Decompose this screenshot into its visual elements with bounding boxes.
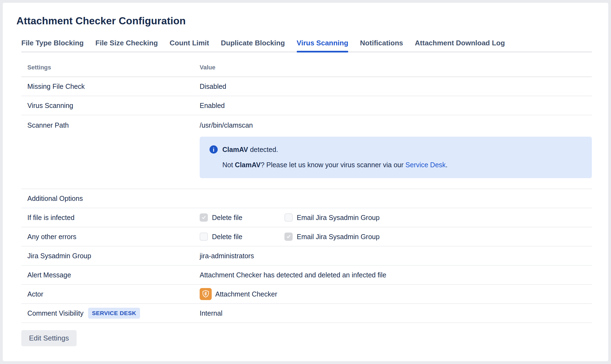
delete-file-checkbox[interactable] xyxy=(200,213,208,222)
table-row-if-file-infected: If file is infected Delete file Email Ji… xyxy=(21,208,592,227)
setting-label: Comment Visibility xyxy=(27,309,83,317)
setting-value: Enabled xyxy=(200,102,592,110)
table-row-actor: Actor Attachment Checker xyxy=(21,285,592,304)
column-header-settings: Settings xyxy=(27,64,200,71)
setting-label: Alert Message xyxy=(27,271,200,279)
setting-label: Any other errors xyxy=(27,233,200,241)
checkbox-label: Delete file xyxy=(212,214,242,222)
email-sysadmin-checkbox[interactable] xyxy=(284,213,293,222)
tab-notifications[interactable]: Notifications xyxy=(360,39,403,51)
setting-label: If file is infected xyxy=(27,214,200,222)
settings-table: Settings Value Missing File Check Disabl… xyxy=(21,59,592,323)
tab-virus-scanning[interactable]: Virus Scanning xyxy=(297,39,348,51)
section-label: Additional Options xyxy=(27,195,200,202)
table-row-additional-options: Additional Options xyxy=(21,189,592,208)
clamav-info-callout: i ClamAV detected. Not ClamAV? Please le… xyxy=(200,137,592,178)
setting-label: Virus Scanning xyxy=(27,102,200,110)
checkbox-label: Email Jira Sysadmin Group xyxy=(297,233,380,241)
setting-value: Attachment Checker has detected and dele… xyxy=(200,271,592,279)
setting-value: /usr/bin/clamscan xyxy=(200,121,592,130)
shield-paperclip-icon xyxy=(200,288,212,300)
attachment-checker-config-panel: Attachment Checker Configuration File Ty… xyxy=(3,3,608,361)
table-row-comment-visibility: Comment Visibility SERVICE DESK Internal xyxy=(21,304,592,323)
setting-label: Actor xyxy=(27,290,200,298)
info-icon: i xyxy=(210,145,218,154)
table-row-virus-scanning: Virus Scanning Enabled xyxy=(21,96,592,115)
tab-count-limit[interactable]: Count Limit xyxy=(170,39,209,51)
delete-file-checkbox[interactable] xyxy=(200,233,208,241)
checkbox-label: Email Jira Sysadmin Group xyxy=(297,214,380,222)
tab-attachment-download-log[interactable]: Attachment Download Log xyxy=(415,39,505,51)
setting-value: Attachment Checker xyxy=(215,290,277,298)
table-row-jira-sysadmin-group: Jira Sysadmin Group jira-administrators xyxy=(21,246,592,266)
setting-label: Jira Sysadmin Group xyxy=(27,252,200,260)
table-row-any-other-errors: Any other errors Delete file Email Jira … xyxy=(21,227,592,246)
email-sysadmin-checkbox[interactable] xyxy=(284,233,293,241)
setting-value: Internal xyxy=(200,309,592,317)
column-header-value: Value xyxy=(200,64,592,71)
checkbox-label: Delete file xyxy=(212,233,242,241)
edit-settings-button[interactable]: Edit Settings xyxy=(21,330,77,346)
tab-duplicate-blocking[interactable]: Duplicate Blocking xyxy=(221,39,285,51)
info-message-line2: Not ClamAV? Please let us know your viru… xyxy=(222,161,582,169)
service-desk-link[interactable]: Service Desk xyxy=(405,161,446,169)
table-row-scanner-path: Scanner Path /usr/bin/clamscan i ClamAV … xyxy=(21,115,592,189)
tab-file-size-checking[interactable]: File Size Checking xyxy=(95,39,158,51)
service-desk-badge: SERVICE DESK xyxy=(88,308,140,319)
table-row-missing-file-check: Missing File Check Disabled xyxy=(21,77,592,96)
info-message-line1: ClamAV detected. xyxy=(222,146,278,154)
setting-value: Disabled xyxy=(200,83,592,90)
table-row-alert-message: Alert Message Attachment Checker has det… xyxy=(21,266,592,285)
config-tab-bar: File Type Blocking File Size Checking Co… xyxy=(21,39,592,52)
setting-value: jira-administrators xyxy=(200,252,592,260)
page-title: Attachment Checker Configuration xyxy=(16,15,592,27)
table-header-row: Settings Value xyxy=(21,59,592,77)
setting-label: Scanner Path xyxy=(27,121,200,130)
tab-file-type-blocking[interactable]: File Type Blocking xyxy=(21,39,84,51)
setting-label: Missing File Check xyxy=(27,83,200,90)
